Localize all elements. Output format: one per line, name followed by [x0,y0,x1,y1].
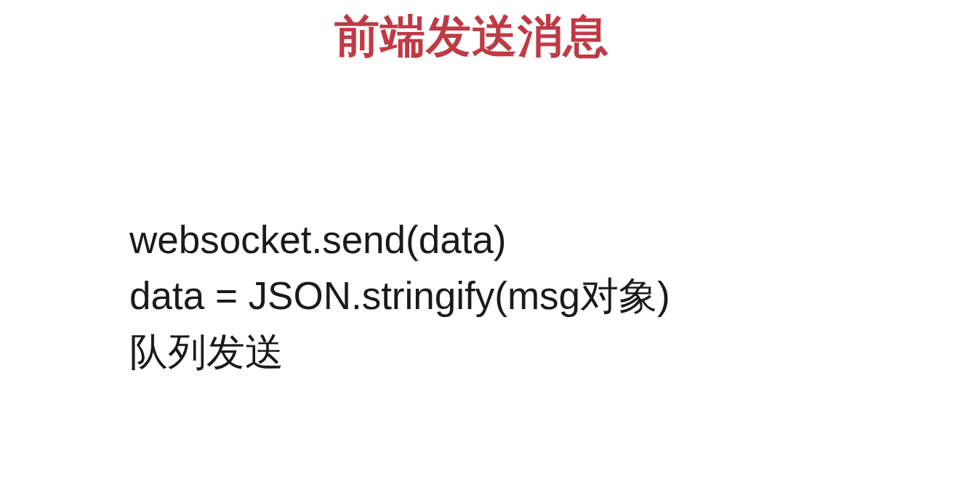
code-line-1: websocket.send(data) [129,212,670,268]
slide-title: 前端发送消息 [334,6,609,67]
slide-body: websocket.send(data) data = JSON.stringi… [129,212,670,380]
code-line-3: 队列发送 [129,324,670,380]
code-line-2: data = JSON.stringify(msg对象) [129,268,670,324]
